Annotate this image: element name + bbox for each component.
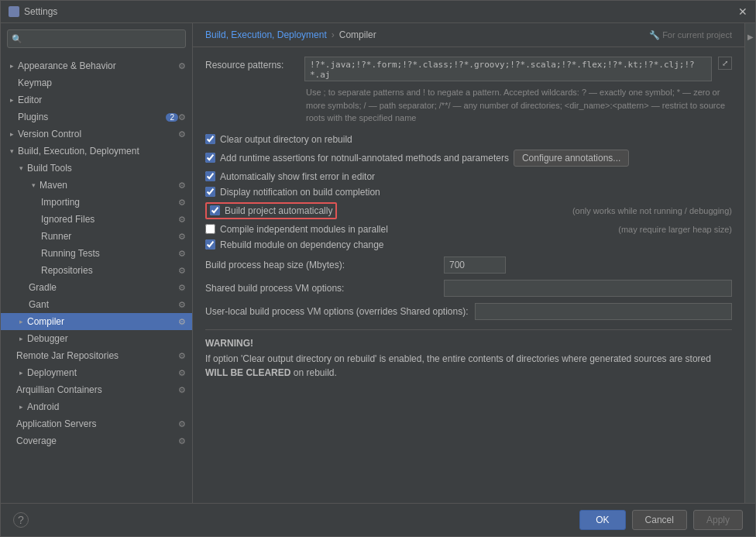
heap-size-input[interactable] [444,256,506,274]
arrow-placeholder [7,78,16,88]
sidebar-item-editor[interactable]: Editor [1,91,192,108]
plugins-badge: 2 [166,113,178,122]
resource-patterns-input[interactable] [304,57,712,81]
rebuild-dependency-label[interactable]: Rebuild module on dependency change [220,239,384,250]
right-edge-tab[interactable]: ▶ [744,26,755,47]
sidebar-item-build-tools[interactable]: Build Tools [1,160,192,177]
sidebar-item-appearance[interactable]: Appearance & Behavior ⚙ [1,57,192,74]
sidebar-item-gradle[interactable]: Gradle ⚙ [1,279,192,296]
shared-vm-input[interactable] [444,280,732,297]
sidebar-item-keymap[interactable]: Keymap [1,74,192,91]
expand-button[interactable]: ⤢ [718,57,732,70]
gear-icon: ⚙ [178,249,186,259]
sidebar-item-ignored-files[interactable]: Ignored Files ⚙ [1,211,192,228]
sidebar-item-android[interactable]: Android [1,398,192,415]
heap-size-label: Build process heap size (Mbytes): [205,260,438,270]
apply-button[interactable]: Apply [693,510,743,530]
sidebar-item-running-tests[interactable]: Running Tests ⚙ [1,245,192,262]
arrow-icon [16,368,26,377]
sidebar-item-app-servers[interactable]: Application Servers ⚙ [1,415,192,432]
panel-content: Resource patterns: ⤢ Use ; to separate p… [193,47,744,503]
title-bar-left: Settings [9,6,57,17]
sidebar-item-label: Build, Execution, Deployment [18,146,186,157]
user-vm-row: User-local build process VM options (ove… [205,303,732,320]
warning-box: WARNING! If option 'Clear output directo… [205,329,732,387]
gear-icon: ⚙ [178,436,186,446]
compile-parallel-label[interactable]: Compile independent modules in parallel [220,224,388,235]
current-project-label: For current project [662,30,732,40]
sidebar-item-gant[interactable]: Gant ⚙ [1,296,192,313]
sidebar-item-label: Compiler [27,316,178,327]
sidebar-item-importing[interactable]: Importing ⚙ [1,194,192,211]
cancel-button[interactable]: Cancel [632,510,687,530]
sidebar-item-deployment[interactable]: Deployment ⚙ [1,364,192,381]
gear-icon: ⚙ [178,112,186,122]
sidebar-item-plugins[interactable]: Plugins 2 ⚙ [1,108,192,126]
arrow-icon [16,317,26,326]
sidebar-item-repositories[interactable]: Repositories ⚙ [1,262,192,279]
breadcrumb: Build, Execution, Deployment › Compiler … [193,23,744,47]
display-notification-checkbox[interactable] [205,187,215,197]
close-button[interactable]: ✕ [738,5,747,18]
checkbox-row-show-first-error: Automatically show first error in editor [205,171,732,182]
current-project-button[interactable]: 🔧 For current project [649,30,732,40]
arrow-icon [7,61,16,71]
highlighted-build-auto: Build project automatically [205,202,337,219]
gear-icon: ⚙ [178,300,186,310]
rebuild-dependency-checkbox[interactable] [205,239,215,250]
runtime-assertions-label[interactable]: Add runtime assertions for notnull-annot… [220,153,509,164]
sidebar-item-label: Debugger [27,333,186,344]
configure-annotations-button[interactable]: Configure annotations... [514,150,629,167]
sidebar-item-label: Appearance & Behavior [18,60,178,71]
gear-icon: ⚙ [178,317,186,327]
sidebar-item-version-control[interactable]: Version Control ⚙ [1,126,192,143]
sidebar-item-label: Plugins [18,112,163,122]
build-auto-label[interactable]: Build project automatically [225,205,332,216]
sidebar-item-label: Application Servers [16,418,178,429]
sidebar-item-compiler[interactable]: Compiler ⚙ [1,313,192,330]
compile-parallel-checkbox[interactable] [205,224,215,234]
shared-vm-row: Shared build process VM options: [205,280,732,297]
settings-icon [9,6,19,17]
warning-title: WARNING! [205,338,732,349]
gear-icon: ⚙ [178,266,186,276]
runtime-assertions-checkbox[interactable] [205,153,215,163]
sidebar-item-coverage[interactable]: Coverage ⚙ [1,432,192,449]
sidebar-item-debugger[interactable]: Debugger [1,330,192,347]
checkbox-row-runtime-assertions: Add runtime assertions for notnull-annot… [205,150,732,167]
gear-icon: ⚙ [178,198,186,208]
search-input[interactable] [7,29,186,48]
help-button[interactable]: ? [13,512,29,528]
user-vm-input[interactable] [475,303,733,320]
show-first-error-checkbox[interactable] [205,171,215,181]
ok-button[interactable]: OK [579,510,625,530]
gear-icon: ⚙ [178,181,186,191]
show-first-error-label[interactable]: Automatically show first error in editor [220,171,375,182]
gear-icon: ⚙ [178,385,186,395]
sidebar-item-label: Maven [40,180,178,191]
sidebar-item-label: Build Tools [27,163,186,174]
help-label: ? [18,514,24,526]
sidebar-item-remote-jar-repos[interactable]: Remote Jar Repositories ⚙ [1,347,192,364]
sidebar-item-build-exec-deploy[interactable]: Build, Execution, Deployment [1,143,192,160]
gear-icon: ⚙ [178,368,186,378]
arrow-icon [16,334,26,343]
gear-icon: ⚙ [178,419,186,429]
breadcrumb-link-build[interactable]: Build, Execution, Deployment [205,29,327,40]
sidebar-item-runner[interactable]: Runner ⚙ [1,228,192,245]
clear-output-label[interactable]: Clear output directory on rebuild [220,134,352,145]
resource-patterns-label: Resource patterns: [205,57,298,71]
right-edge-panel: ▶ [744,23,755,503]
sidebar-item-maven[interactable]: Maven ⚙ [1,177,192,194]
sidebar-item-label: Ignored Files [41,214,178,225]
checkbox-row-build-auto: Build project automatically (only works … [205,202,732,219]
build-auto-checkbox[interactable] [210,205,220,215]
gear-icon: ⚙ [178,351,186,361]
sidebar: 🔍 Appearance & Behavior ⚙ Keymap [1,23,193,503]
arrow-icon [7,95,16,105]
clear-output-checkbox[interactable] [205,134,215,144]
breadcrumb-separator: › [332,29,335,40]
sidebar-item-arquillian[interactable]: Arquillian Containers ⚙ [1,381,192,398]
display-notification-label[interactable]: Display notification on build completion [220,187,380,198]
sidebar-item-label: Deployment [27,367,178,378]
